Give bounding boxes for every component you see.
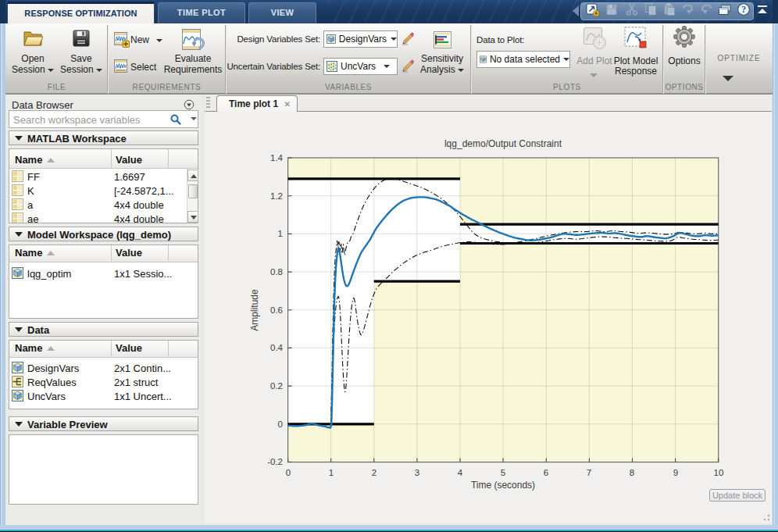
svg-text:0: 0 xyxy=(286,468,291,477)
svg-text:9: 9 xyxy=(673,468,678,477)
svg-text:Time (seconds): Time (seconds) xyxy=(471,480,535,491)
svg-text:0: 0 xyxy=(278,420,283,429)
svg-text:5: 5 xyxy=(501,468,505,477)
svg-text:0.4: 0.4 xyxy=(270,343,284,352)
svg-text:10: 10 xyxy=(714,468,724,477)
svg-text:1: 1 xyxy=(278,229,283,238)
svg-text:0.8: 0.8 xyxy=(270,267,283,277)
svg-text:4: 4 xyxy=(458,468,463,477)
svg-text:0.6: 0.6 xyxy=(270,305,283,315)
svg-text:Amplitude: Amplitude xyxy=(249,289,260,331)
svg-text:7: 7 xyxy=(587,468,591,477)
svg-text:0.2: 0.2 xyxy=(270,381,283,391)
svg-text:-0.2: -0.2 xyxy=(267,457,283,466)
svg-text:3: 3 xyxy=(415,468,419,477)
svg-text:6: 6 xyxy=(544,468,548,477)
svg-text:1.4: 1.4 xyxy=(270,153,284,162)
svg-text:lqg_demo/Output Constraint: lqg_demo/Output Constraint xyxy=(444,138,562,149)
svg-text:1: 1 xyxy=(329,468,334,477)
svg-text:2: 2 xyxy=(372,468,377,477)
svg-text:1.2: 1.2 xyxy=(270,191,283,201)
svg-text:8: 8 xyxy=(630,468,634,477)
svg-text:?: ? xyxy=(741,4,746,15)
